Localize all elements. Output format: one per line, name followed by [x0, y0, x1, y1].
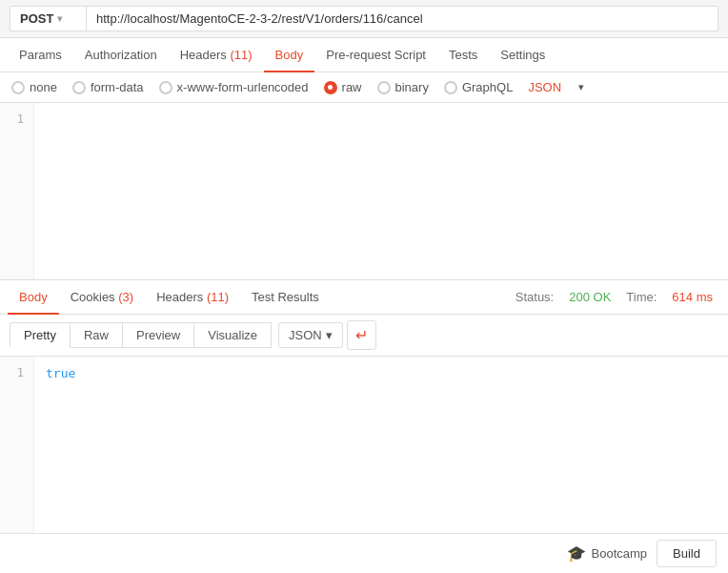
method-chevron-icon: ▾ [57, 13, 62, 24]
radio-binary [377, 81, 391, 94]
option-form-data[interactable]: form-data [72, 80, 144, 94]
response-tab-headers[interactable]: Headers (11) [145, 280, 240, 314]
response-content: true [34, 357, 728, 533]
radio-urlencoded [159, 81, 172, 94]
wrap-button[interactable]: ↵ [347, 320, 376, 350]
time-value: 614 ms [672, 290, 713, 304]
option-raw[interactable]: raw [324, 80, 362, 94]
bootcamp-icon: 🎓 [567, 544, 586, 563]
tab-body[interactable]: Body [264, 38, 315, 72]
tab-headers[interactable]: Headers (11) [169, 38, 264, 72]
request-tabs: Params Authorization Headers (11) Body P… [0, 38, 728, 72]
option-binary[interactable]: binary [377, 80, 429, 94]
response-tabs: Body Cookies (3) Headers (11) Test Resul… [0, 280, 728, 315]
method-label: POST [20, 11, 53, 26]
response-status: Status: 200 OK Time: 614 ms [516, 290, 720, 304]
option-urlencoded[interactable]: x-www-form-urlencoded [159, 80, 309, 94]
radio-graphql [444, 81, 457, 94]
request-editor: 1 [0, 103, 728, 280]
body-options: none form-data x-www-form-urlencoded raw… [0, 72, 728, 103]
tab-pre-request-script[interactable]: Pre-request Script [314, 38, 437, 72]
editor-line-numbers: 1 [0, 103, 34, 279]
footer: 🎓 Bootcamp Build [0, 533, 728, 573]
response-tab-body[interactable]: Body [8, 280, 59, 314]
url-input[interactable] [86, 6, 718, 31]
bootcamp-button[interactable]: 🎓 Bootcamp [567, 544, 648, 563]
tab-tests[interactable]: Tests [437, 38, 489, 72]
viewer-options: Pretty Raw Preview Visualize JSON ▾ ↵ [0, 315, 728, 357]
response-tab-test-results[interactable]: Test Results [240, 280, 331, 314]
build-button[interactable]: Build [657, 540, 717, 567]
response-line-numbers: 1 [0, 357, 34, 533]
json-format-button[interactable]: JSON ▾ [278, 322, 343, 348]
tab-params[interactable]: Params [8, 38, 73, 72]
status-value: 200 OK [569, 290, 611, 304]
option-none[interactable]: none [11, 80, 57, 94]
option-graphql[interactable]: GraphQL [444, 80, 513, 94]
editor-content[interactable] [34, 103, 728, 279]
radio-form-data [72, 81, 86, 94]
viewer-tab-raw[interactable]: Raw [70, 322, 123, 348]
json-type-label: JSON [528, 80, 561, 94]
radio-none [11, 81, 25, 94]
url-bar: POST ▾ [0, 0, 728, 38]
json-type-dropdown[interactable]: ▾ [576, 81, 586, 93]
viewer-tab-preview[interactable]: Preview [122, 322, 194, 348]
tab-authorization[interactable]: Authorization [73, 38, 169, 72]
method-select[interactable]: POST ▾ [10, 6, 86, 31]
tab-settings[interactable]: Settings [489, 38, 556, 72]
viewer-tab-visualize[interactable]: Visualize [193, 322, 272, 348]
response-true-value: true [46, 366, 75, 380]
viewer-tab-pretty[interactable]: Pretty [10, 322, 71, 348]
response-tab-cookies[interactable]: Cookies (3) [59, 280, 145, 314]
response-body: 1 true [0, 357, 728, 533]
radio-raw [324, 81, 337, 94]
